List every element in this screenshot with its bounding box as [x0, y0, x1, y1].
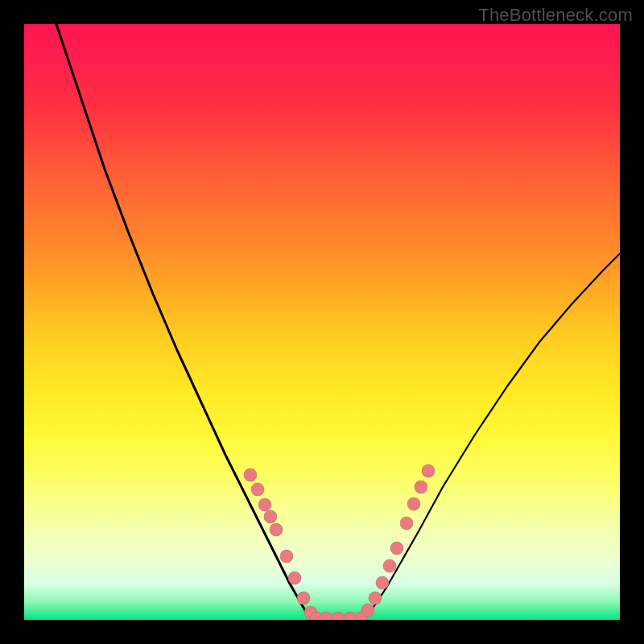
marker-right — [376, 576, 389, 589]
marker-right — [369, 592, 382, 605]
chart-frame: TheBottleneck.com — [0, 0, 644, 644]
marker-left — [258, 498, 271, 511]
marker-right — [400, 517, 413, 530]
marker-right — [361, 604, 374, 617]
watermark-text: TheBottleneck.com — [478, 5, 633, 26]
marker-right — [407, 497, 420, 510]
marker-flat — [332, 612, 345, 620]
curve-layer — [24, 24, 620, 620]
marker-left — [280, 550, 293, 563]
marker-flat — [344, 612, 357, 620]
curve-right-curve — [362, 254, 620, 620]
marker-right — [415, 481, 427, 493]
plot-area — [24, 24, 620, 620]
marker-flat — [320, 612, 332, 620]
marker-right — [383, 559, 396, 572]
marker-left — [264, 510, 277, 523]
marker-right — [390, 542, 403, 555]
marker-left — [297, 592, 310, 605]
marker-right — [422, 464, 435, 477]
marker-left — [288, 572, 301, 584]
marker-left — [270, 523, 283, 536]
marker-left — [251, 483, 264, 496]
marker-left — [244, 469, 257, 481]
